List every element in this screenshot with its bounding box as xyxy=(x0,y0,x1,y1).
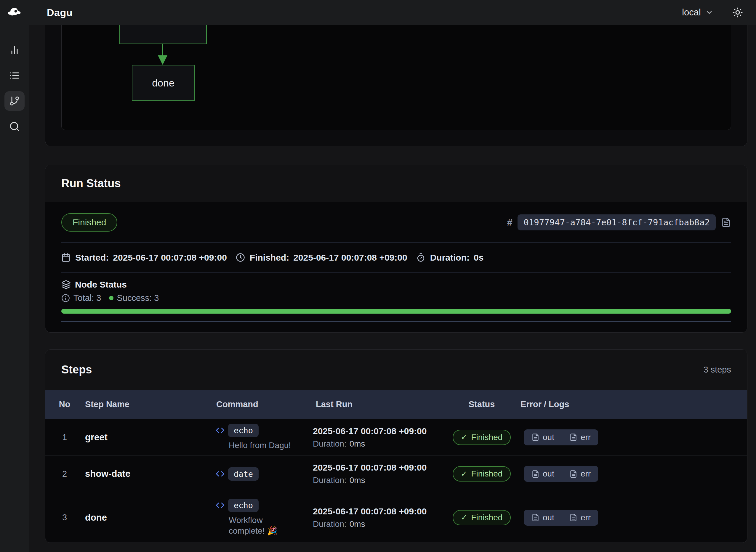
duration-label: Duration: xyxy=(313,439,347,448)
duration-label: Duration: xyxy=(313,475,347,485)
col-header-no: No xyxy=(45,400,84,409)
duration-value: 0s xyxy=(474,253,484,263)
run-id-value[interactable]: 01977947-a784-7e01-8fcf-791acfbab8a2 xyxy=(517,215,716,231)
step-row-show-date[interactable]: 2 show-date date 2025-06-17 00:07:08 +09… xyxy=(45,455,747,492)
started-value: 2025-06-17 00:07:08 +09:00 xyxy=(113,253,227,263)
code-icon xyxy=(216,426,225,435)
step-name: show-date xyxy=(84,468,216,479)
duration-value: 0ms xyxy=(350,439,365,448)
node-status-counts: Total: 3 Success: 3 xyxy=(61,293,731,303)
command-pill: echo xyxy=(228,499,259,512)
duration-label: Duration: xyxy=(313,520,347,529)
app-title: Dagu xyxy=(47,7,73,18)
sidebar-item-search[interactable] xyxy=(4,117,25,136)
col-header-step-name: Step Name xyxy=(84,400,216,409)
step-status-badge: ✓Finished xyxy=(453,430,511,445)
col-header-error-logs: Error / Logs xyxy=(510,400,747,409)
finished-value: 2025-06-17 00:07:08 +09:00 xyxy=(293,253,407,263)
step-command-cell: echo Hello from Dagu! xyxy=(216,424,313,451)
timer-icon xyxy=(416,253,426,262)
stdout-log-label: out xyxy=(543,513,554,522)
step-row-done[interactable]: 3 done echo Workflow complete! 🎉 2025-06… xyxy=(45,492,747,543)
view-log-icon[interactable] xyxy=(721,218,731,228)
steps-header: Steps 3 steps xyxy=(45,350,747,390)
stderr-log-label: err xyxy=(581,433,591,442)
step-name: done xyxy=(84,512,216,523)
topbar: Dagu local xyxy=(0,0,756,25)
step-command-cell: echo Workflow complete! 🎉 xyxy=(216,499,313,537)
run-status-body: Finished # 01977947-a784-7e01-8fcf-791ac… xyxy=(45,202,747,321)
steps-count: 3 steps xyxy=(704,365,731,375)
hash-icon: # xyxy=(507,217,512,228)
step-status-label: Finished xyxy=(471,513,502,522)
step-logs-cell: out err xyxy=(510,510,747,526)
step-status-label: Finished xyxy=(471,469,502,478)
code-icon xyxy=(216,501,225,510)
step-logs-cell: out err xyxy=(510,466,747,482)
run-status-title: Run Status xyxy=(61,177,121,190)
layers-icon xyxy=(61,280,71,289)
col-header-last-run: Last Run xyxy=(313,400,454,409)
env-selector[interactable]: local xyxy=(682,7,713,18)
step-no: 3 xyxy=(45,513,84,522)
run-status-card: Run Status Finished # 01977947-a784-7e01… xyxy=(45,165,747,332)
stdout-log-button[interactable]: out xyxy=(524,510,562,526)
env-selector-label: local xyxy=(682,7,701,18)
dagu-logo-icon[interactable] xyxy=(0,5,29,20)
step-name: greet xyxy=(84,432,216,443)
steps-title: Steps xyxy=(61,363,92,376)
stderr-log-label: err xyxy=(581,513,591,522)
steps-card: Steps 3 steps No Step Name Command Last … xyxy=(45,350,747,543)
command-pill: date xyxy=(228,467,259,480)
started-label: Started: xyxy=(75,253,109,263)
col-header-command: Command xyxy=(216,400,313,409)
sidebar-item-dag-list[interactable] xyxy=(4,66,25,85)
run-id-group: # 01977947-a784-7e01-8fcf-791acfbab8a2 xyxy=(507,215,731,231)
run-status-badge: Finished xyxy=(61,213,117,232)
stderr-log-button[interactable]: err xyxy=(562,466,598,482)
step-last-run-cell: 2025-06-17 00:07:08 +09:00 Duration:0ms xyxy=(313,426,454,449)
stderr-log-label: err xyxy=(581,469,591,478)
last-run-time: 2025-06-17 00:07:08 +09:00 xyxy=(313,507,454,517)
list-icon xyxy=(9,70,20,81)
duration-label: Duration: xyxy=(430,253,470,263)
sun-icon xyxy=(732,7,743,18)
graph-node-done[interactable]: done xyxy=(132,65,195,101)
chevron-down-icon xyxy=(705,8,713,17)
node-status-section: Node Status Total: 3 Success: 3 xyxy=(61,272,731,321)
duration-value: 0ms xyxy=(350,475,365,485)
step-status-badge: ✓Finished xyxy=(453,510,511,525)
calendar-icon xyxy=(61,253,71,262)
stdout-log-button[interactable]: out xyxy=(524,429,562,445)
run-status-badge-label: Finished xyxy=(73,218,106,228)
last-run-time: 2025-06-17 00:07:08 +09:00 xyxy=(313,462,454,472)
node-total: Total: 3 xyxy=(74,293,101,303)
duration-value: 0ms xyxy=(350,520,365,529)
node-success: Success: 3 xyxy=(117,293,159,303)
run-status-header: Run Status xyxy=(45,165,747,202)
step-no: 2 xyxy=(45,469,84,479)
step-no: 1 xyxy=(45,432,84,442)
command-args: Workflow complete! 🎉 xyxy=(229,515,300,537)
command-args: Hello from Dagu! xyxy=(229,440,300,451)
stdout-log-button[interactable]: out xyxy=(524,466,562,482)
node-status-title: Node Status xyxy=(75,280,127,290)
step-row-greet[interactable]: 1 greet echo Hello from Dagu! 2025-06-17… xyxy=(45,419,747,455)
bar-chart-icon xyxy=(9,45,20,55)
stdout-log-label: out xyxy=(543,433,554,442)
node-progress-bar xyxy=(61,309,731,314)
sidebar-item-dashboard[interactable] xyxy=(4,40,25,60)
node-status-title-row: Node Status xyxy=(61,280,731,290)
stdout-log-label: out xyxy=(543,469,554,478)
sidebar xyxy=(0,25,29,552)
check-icon: ✓ xyxy=(461,513,468,522)
run-times-row: Started: 2025-06-17 00:07:08 +09:00 Fini… xyxy=(61,243,731,272)
sidebar-item-dag-runs[interactable] xyxy=(4,91,25,111)
stderr-log-button[interactable]: err xyxy=(562,429,598,445)
step-status-badge: ✓Finished xyxy=(453,466,511,481)
code-icon xyxy=(216,469,225,478)
graph-edge-arrowhead xyxy=(158,55,167,65)
step-status-label: Finished xyxy=(471,433,502,442)
theme-toggle-button[interactable] xyxy=(732,7,743,18)
stderr-log-button[interactable]: err xyxy=(562,510,598,526)
